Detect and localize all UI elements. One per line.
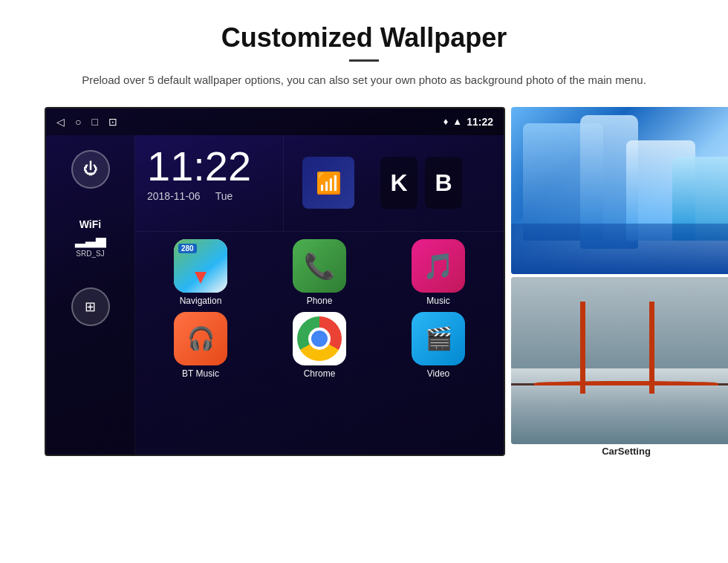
status-bar: ♦ ▲ 11:22 (46, 108, 504, 135)
clock-date-value: 2018-11-06 (147, 190, 201, 202)
back-button-icon[interactable] (56, 116, 65, 128)
screen-content: ⏻ WiFi ▂▃▅ SRD_SJ ⊞ (46, 135, 504, 456)
chrome-ring-inner (308, 328, 331, 350)
bt-music-label: BT Music (182, 368, 219, 379)
app-chrome[interactable]: Chrome (263, 312, 376, 379)
screenshot-icon[interactable] (108, 116, 117, 128)
phone-icon: 📞 (293, 239, 346, 293)
status-time: 11:22 (467, 116, 493, 128)
navigation-label: Navigation (180, 296, 222, 306)
bridge-tower-right (649, 302, 654, 394)
media-widget: 📶 (284, 135, 373, 232)
video-label: Video (427, 368, 449, 379)
wifi-label: WiFi (75, 218, 106, 230)
clock-time: 11:22 (147, 146, 271, 187)
music-label: Music (426, 296, 449, 306)
page-subtitle: Preload over 5 default wallpaper options… (45, 72, 683, 89)
clock-day-value: Tue (215, 190, 233, 202)
bridge-image (511, 277, 728, 444)
wifi-bars-icon: ▂▃▅ (75, 232, 106, 248)
wallpaper-panel: CarSetting (511, 107, 728, 457)
ice-shapes (511, 107, 728, 274)
page-title: Customized Wallpaper (45, 22, 683, 53)
chrome-icon (293, 312, 346, 365)
bridge-cable-left (534, 381, 718, 385)
chrome-ring-outer (297, 316, 342, 361)
phone-label: Phone (307, 296, 333, 306)
k-widget: K (380, 157, 417, 209)
signal-icon: 📶 (316, 171, 342, 195)
wallpaper-bridge-container: CarSetting (511, 277, 728, 457)
app-grid: 280 Navigation 📞 Phone (135, 232, 504, 386)
apps-icon: ⊞ (85, 299, 96, 315)
ice-cave-image (511, 107, 728, 274)
app-bt-music[interactable]: 🎧 BT Music (144, 312, 257, 379)
app-phone[interactable]: 📞 Phone (263, 239, 376, 306)
b-widget: B (425, 157, 462, 209)
power-icon: ⏻ (83, 160, 98, 178)
navigation-icon: 280 (174, 239, 227, 293)
wifi-name: SRD_SJ (75, 250, 106, 258)
music-icon: 🎵 (412, 239, 465, 293)
power-button[interactable]: ⏻ (71, 150, 110, 189)
left-sidebar: ⏻ WiFi ▂▃▅ SRD_SJ ⊞ (46, 135, 135, 456)
carsetting-label: CarSetting (511, 446, 728, 457)
app-music[interactable]: 🎵 Music (382, 239, 495, 306)
android-screen: ♦ ▲ 11:22 ⏻ WiFi ▂▃▅ SRD_SJ (45, 107, 505, 456)
app-navigation[interactable]: 280 Navigation (144, 239, 257, 306)
bt-music-icon: 🎧 (174, 312, 227, 365)
home-button-icon[interactable] (75, 116, 81, 128)
clock-widget: 11:22 2018-11-06 Tue (135, 135, 284, 232)
status-right: ♦ ▲ 11:22 (443, 116, 493, 128)
kb-area: K B (373, 135, 504, 232)
wallpaper-ice-cave[interactable] (511, 107, 728, 274)
video-icon: 🎬 (412, 312, 465, 365)
clock-date: 2018-11-06 Tue (147, 190, 271, 202)
location-icon: ♦ (443, 116, 449, 127)
title-divider (349, 59, 379, 62)
center-content: 11:22 2018-11-06 Tue 📶 K (135, 135, 504, 456)
screen-top-row: 11:22 2018-11-06 Tue 📶 K (135, 135, 504, 232)
status-left (56, 116, 117, 128)
chrome-label: Chrome (304, 368, 336, 379)
wifi-block: WiFi ▂▃▅ SRD_SJ (75, 218, 106, 258)
apps-button[interactable]: ⊞ (71, 287, 110, 326)
recents-button-icon[interactable] (91, 116, 97, 128)
device-area: ♦ ▲ 11:22 ⏻ WiFi ▂▃▅ SRD_SJ (45, 107, 683, 457)
wallpaper-golden-gate[interactable] (511, 277, 728, 444)
media-icon: 📶 (302, 157, 354, 209)
bridge-tower-left (580, 302, 585, 394)
wifi-icon: ▲ (452, 116, 462, 127)
app-video[interactable]: 🎬 Video (382, 312, 495, 379)
